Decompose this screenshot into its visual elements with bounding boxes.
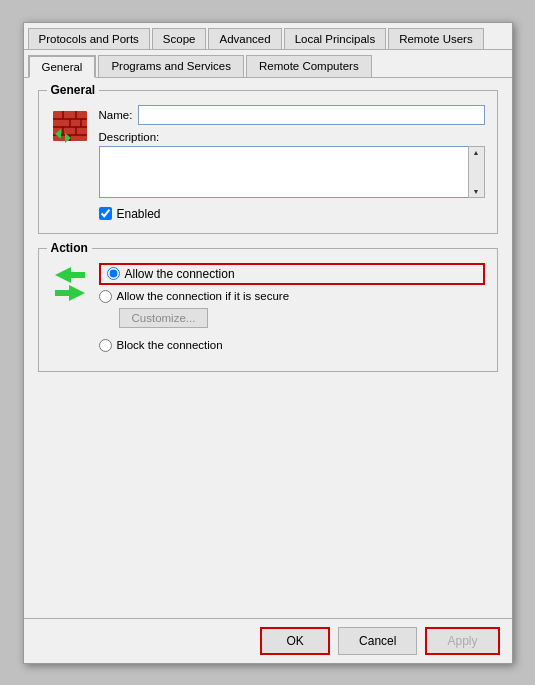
- tab-protocols-and-ports[interactable]: Protocols and Ports: [28, 28, 150, 50]
- tab-advanced[interactable]: Advanced: [208, 28, 281, 50]
- tab-content: General: [24, 78, 512, 618]
- description-label: Description:: [99, 131, 485, 143]
- enabled-checkbox[interactable]: [99, 207, 112, 220]
- description-scrollbar[interactable]: ▲ ▼: [468, 146, 485, 198]
- tab-row-1: Protocols and Ports Scope Advanced Local…: [24, 23, 512, 50]
- description-field-group: Description: ▲ ▼: [99, 131, 485, 201]
- action-inner: Allow the connection Allow the connectio…: [51, 263, 485, 357]
- name-label: Name:: [99, 109, 133, 121]
- description-input[interactable]: [99, 146, 485, 198]
- general-section: General: [38, 90, 498, 234]
- block-connection-radio[interactable]: [99, 339, 112, 352]
- enabled-checkbox-row: Enabled: [99, 207, 485, 221]
- tab-scope[interactable]: Scope: [152, 28, 207, 50]
- tab-remote-users[interactable]: Remote Users: [388, 28, 484, 50]
- allow-secure-label[interactable]: Allow the connection if it is secure: [117, 290, 290, 302]
- customize-button-wrap: Customize...: [99, 308, 485, 333]
- allow-secure-option: Allow the connection if it is secure: [99, 290, 485, 303]
- allow-connection-radio[interactable]: [107, 267, 120, 280]
- name-input[interactable]: [138, 105, 484, 125]
- svg-marker-13: [55, 267, 85, 283]
- customize-button[interactable]: Customize...: [119, 308, 209, 328]
- tab-programs-and-services[interactable]: Programs and Services: [98, 55, 244, 78]
- tab-remote-computers[interactable]: Remote Computers: [246, 55, 372, 78]
- radio-group: Allow the connection Allow the connectio…: [99, 263, 485, 357]
- action-section-title: Action: [47, 241, 92, 255]
- scroll-up-arrow[interactable]: ▲: [471, 147, 482, 158]
- apply-button[interactable]: Apply: [425, 627, 499, 655]
- form-area: Name: Description: ▲ ▼: [99, 105, 485, 221]
- ok-button[interactable]: OK: [260, 627, 330, 655]
- tab-row-2: General Programs and Services Remote Com…: [24, 50, 512, 78]
- allow-connection-option: Allow the connection: [99, 263, 485, 285]
- enabled-label[interactable]: Enabled: [117, 207, 161, 221]
- dialog-footer: OK Cancel Apply: [24, 618, 512, 663]
- allow-secure-radio[interactable]: [99, 290, 112, 303]
- svg-marker-14: [55, 285, 85, 301]
- firewall-icon: [51, 105, 89, 145]
- block-connection-option: Block the connection: [99, 339, 485, 352]
- action-icon: [51, 263, 89, 313]
- allow-connection-label[interactable]: Allow the connection: [125, 267, 235, 281]
- description-textarea-wrap: ▲ ▼: [99, 146, 485, 201]
- general-section-title: General: [47, 83, 100, 97]
- tab-local-principals[interactable]: Local Principals: [284, 28, 387, 50]
- general-inner: Name: Description: ▲ ▼: [51, 105, 485, 221]
- dialog-window: Protocols and Ports Scope Advanced Local…: [23, 22, 513, 664]
- scroll-down-arrow[interactable]: ▼: [471, 186, 482, 197]
- block-connection-label[interactable]: Block the connection: [117, 339, 223, 351]
- tab-general[interactable]: General: [28, 55, 97, 78]
- cancel-button[interactable]: Cancel: [338, 627, 417, 655]
- name-field-row: Name:: [99, 105, 485, 125]
- action-section: Action Allow the connection: [38, 248, 498, 372]
